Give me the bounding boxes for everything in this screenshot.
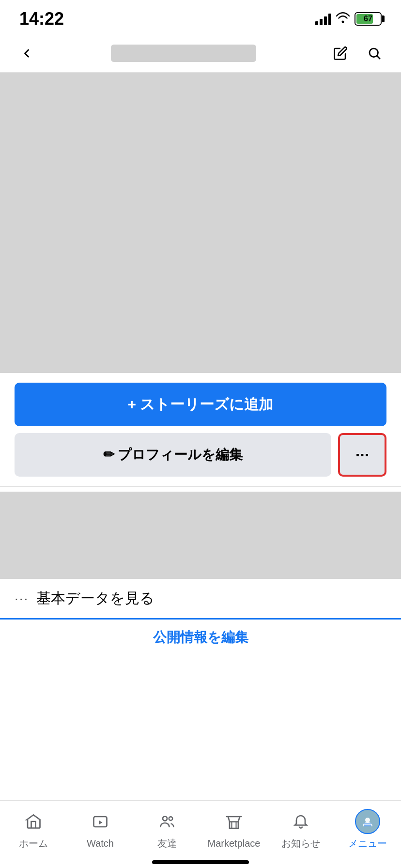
home-indicator: [152, 860, 249, 864]
basic-data-row[interactable]: ··· 基本データを見る: [0, 579, 401, 618]
edit-button[interactable]: [328, 41, 353, 65]
status-time: 14:22: [19, 9, 64, 29]
menu-avatar: [355, 809, 380, 834]
battery-icon: 67: [355, 12, 382, 26]
nav-item-marketplace[interactable]: Marketplace: [207, 810, 261, 849]
svg-point-3: [169, 817, 173, 821]
action-buttons: + ストーリーズに追加 ✏ プロフィールを編集 ···: [0, 373, 401, 486]
edit-profile-button[interactable]: ✏ プロフィールを編集: [15, 433, 331, 477]
signal-icon: [315, 13, 331, 25]
top-nav: [0, 34, 401, 73]
basic-data-label: 基本データを見る: [36, 589, 154, 608]
more-options-button[interactable]: ···: [338, 433, 386, 477]
home-icon: [21, 809, 46, 834]
nav-item-friends[interactable]: 友達: [140, 809, 194, 850]
menu-label: メニュー: [348, 837, 387, 850]
svg-rect-7: [364, 825, 371, 826]
nav-item-watch[interactable]: Watch: [74, 810, 127, 849]
bottom-nav: ホーム Watch 友達: [0, 800, 401, 868]
status-icons: 67: [315, 12, 382, 26]
secondary-actions: ✏ プロフィールを編集 ···: [15, 433, 386, 477]
notifications-label: お知らせ: [281, 837, 320, 850]
nav-item-notifications[interactable]: お知らせ: [274, 809, 327, 850]
add-story-button[interactable]: + ストーリーズに追加: [15, 383, 386, 426]
notifications-icon: [288, 809, 313, 834]
info-section: ··· 基本データを見る 公開情報を編集: [0, 486, 401, 660]
watch-label: Watch: [87, 838, 114, 849]
marketplace-icon: [221, 810, 247, 835]
info-dots-icon: ···: [15, 591, 29, 606]
more-dots-label: ···: [355, 446, 369, 465]
search-button[interactable]: [362, 41, 386, 65]
nav-actions: [328, 41, 386, 65]
friends-label: 友達: [157, 837, 177, 850]
home-label: ホーム: [19, 837, 48, 850]
watch-icon: [88, 810, 113, 835]
nav-item-home[interactable]: ホーム: [7, 809, 60, 850]
cover-photo: [0, 73, 401, 373]
friends-icon: [154, 809, 180, 834]
profile-name-placeholder: [111, 45, 256, 62]
profile-info-placeholder: [0, 492, 401, 579]
svg-rect-6: [364, 823, 371, 824]
status-bar: 14:22 67: [0, 0, 401, 34]
svg-point-2: [163, 817, 167, 821]
back-button[interactable]: [15, 41, 39, 65]
edit-public-info-button[interactable]: 公開情報を編集: [0, 618, 401, 655]
svg-point-5: [365, 818, 370, 822]
nav-item-menu[interactable]: メニュー: [341, 809, 394, 850]
marketplace-label: Marketplace: [208, 838, 261, 849]
wifi-icon: [336, 12, 350, 26]
